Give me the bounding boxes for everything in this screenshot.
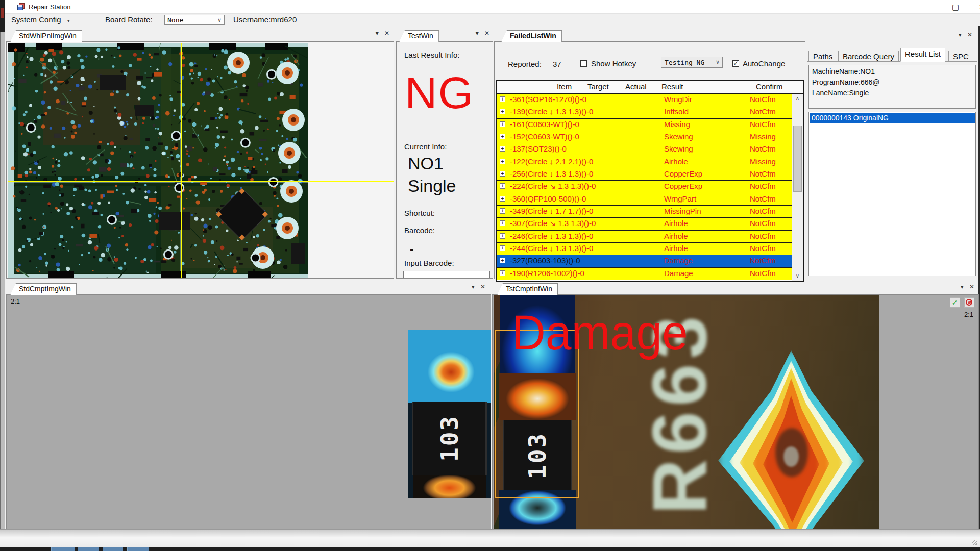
pass-check-icon[interactable]: ✓	[950, 297, 960, 308]
panel-result-list: ▾ ✕ Paths Barcode Query Result List SPC …	[806, 26, 978, 279]
expand-icon: +	[500, 196, 505, 202]
ng-mark-icon[interactable]	[964, 297, 974, 308]
taskbar-item[interactable]	[78, 547, 99, 551]
table-row[interactable]: +-349(Circle ↓ 1.7 1.7)()-0MissingPinNot…	[497, 206, 792, 218]
tab-tstcmptinfwin[interactable]: TstCmptInfWin	[497, 283, 558, 295]
grid-line	[621, 94, 621, 281]
menu-system-config[interactable]: System Config ▾	[8, 15, 73, 24]
cell-result: Damage	[664, 269, 693, 278]
panel-test: TestWin ▾ ✕ Last Result Info: NG Current…	[396, 26, 493, 279]
grid-line	[657, 94, 657, 281]
minimize-button[interactable]: –	[917, 2, 937, 12]
menubar: System Config ▾ Board Rotate: None ∨ Use…	[5, 14, 980, 26]
current-machine: NO1	[408, 154, 444, 173]
col-actual: Actual	[625, 82, 647, 91]
table-row[interactable]: +-327(R0603-103)()-0DamageNotCfm	[497, 255, 792, 267]
current-info-label: Current Info:	[404, 142, 447, 151]
failed-rows: +-361(SOP16-1270)()-0WrngDirNotCfm+-139(…	[497, 94, 792, 280]
list-item[interactable]: 0000000143 OriginalNG	[810, 113, 975, 123]
panel-menu-icon[interactable]: ▾	[373, 30, 381, 37]
cell-confirm: NotCfm	[750, 144, 776, 153]
maximize-button[interactable]: ▢	[945, 2, 966, 12]
table-row[interactable]: +-361(SOP16-1270)()-0WrngDirNotCfm	[497, 94, 792, 106]
window-left-border	[0, 32, 5, 529]
current-lane: Single	[408, 176, 456, 196]
table-row[interactable]: +-161(C0603-WT)()-0MissingNotCfm	[497, 119, 792, 131]
std-component-viewport[interactable]: 2:1 103	[6, 295, 491, 529]
show-hotkey-label: Show Hotkey	[591, 59, 636, 68]
pcb-board-image[interactable]	[8, 43, 308, 278]
table-row[interactable]: +-224(Circle ↘ 1.3 1.3)()-0CopperExpNotC…	[497, 181, 792, 193]
cell-result: WrngDir	[664, 95, 692, 104]
tab-testwin[interactable]: TestWin	[399, 30, 439, 42]
cell-result: Missing	[664, 120, 690, 129]
panel-close-icon[interactable]: ✕	[479, 283, 487, 290]
table-row[interactable]: +-246(Circle ↓ 1.3 1.3)()-0AirholeNotCfm	[497, 231, 792, 243]
table-row[interactable]: +-360(QFP100-500)()-0WrngPartNotCfm	[497, 193, 792, 206]
failed-table-scrollbar[interactable]: ∧ ∨	[792, 94, 803, 281]
thermal-cap-top	[408, 330, 491, 403]
test-component-viewport[interactable]: R663 103 Damage	[492, 295, 979, 529]
panel-test-component: TstCmptInfWin ▾ ✕ R663 103	[492, 280, 979, 529]
cell-confirm: NotCfm	[750, 95, 776, 104]
barcode-label: Barcode:	[404, 226, 435, 235]
tab-stdcmptimgwin[interactable]: StdCmptImgWin	[10, 283, 77, 295]
cell-result: Damage	[664, 256, 693, 265]
component-body: 103	[412, 402, 487, 475]
taskbar-item[interactable]	[103, 547, 123, 551]
taskbar-item[interactable]	[51, 547, 75, 551]
table-row[interactable]: +-122(Circle ↓ 2.1 2.1)()-0AirholeMissin…	[497, 156, 792, 168]
board-image-viewport[interactable]	[6, 42, 394, 279]
panel-menu-icon[interactable]: ▾	[469, 283, 477, 290]
tab-paths[interactable]: Paths	[808, 51, 837, 62]
tab-stdwhlpnlimgwin[interactable]: StdWhlPnlImgWin	[10, 30, 82, 42]
table-row[interactable]: +-152(C0603-WT)()-0SkewingMissing	[497, 131, 792, 143]
table-row[interactable]: +-256(Circle ↓ 1.3 1.3)()-0CopperExpNotC…	[497, 168, 792, 181]
cell-confirm: NotCfm	[750, 169, 776, 178]
show-hotkey-checkbox[interactable]	[580, 60, 587, 67]
close-button[interactable]: ✕	[972, 2, 980, 12]
cell-confirm: NotCfm	[750, 120, 776, 129]
tab-barcode-query[interactable]: Barcode Query	[838, 51, 899, 62]
cell-item: -349(Circle ↓ 1.7 1.7)()-0	[510, 207, 593, 215]
board-rotate-dropdown[interactable]: None ∨	[164, 15, 225, 25]
autochange-checkbox[interactable]: ✓	[732, 60, 739, 67]
table-row[interactable]: +-137(SOT23)()-0SkewingNotCfm	[497, 143, 792, 156]
cell-result: Airhole	[664, 232, 688, 240]
panel-menu-icon[interactable]: ▾	[473, 30, 481, 37]
cell-item: -327(R0603-103)()-0	[510, 256, 580, 265]
status-bar	[0, 529, 980, 547]
test-component-image[interactable]: R663 103 Damage	[494, 295, 879, 530]
mode-dropdown[interactable]: Testing NG ∨	[661, 57, 723, 68]
panel-close-icon[interactable]: ✕	[483, 30, 491, 37]
table-row[interactable]: +-139(Circle ↓ 1.3 1.3)()-0InffsoldNotCf…	[497, 106, 792, 118]
panel-close-icon[interactable]: ✕	[383, 30, 391, 37]
panel-menu-icon[interactable]: ▾	[956, 31, 964, 38]
panel-menu-icon[interactable]: ▾	[958, 283, 966, 290]
scrollbar-thumb[interactable]	[793, 126, 802, 192]
cell-item: -224(Circle ↘ 1.3 1.3)()-0	[510, 182, 596, 191]
thermal-cap-bottom	[413, 475, 486, 498]
tab-failedlistwin[interactable]: FailedListWin	[501, 30, 562, 42]
table-row[interactable]: +-244(Circle ↓ 1.3 1.3)()-0AirholeNotCfm	[497, 243, 792, 255]
expand-icon: +	[500, 208, 505, 214]
resize-grip[interactable]	[972, 540, 977, 545]
scroll-up-icon[interactable]: ∧	[792, 94, 803, 103]
repair-station-window: Repair Station – ▢ ✕ System Config ▾ Boa…	[0, 0, 980, 551]
tab-result-list[interactable]: Result List	[900, 48, 945, 62]
panel-close-icon[interactable]: ✕	[968, 283, 976, 290]
expand-icon: +	[500, 134, 505, 139]
zoom-ratio-label: 2:1	[964, 311, 973, 318]
reported-label: Reported:	[508, 60, 542, 68]
panel-close-icon[interactable]: ✕	[966, 31, 974, 38]
mode-value: Testing NG	[665, 59, 704, 66]
expand-icon: +	[500, 220, 505, 226]
cell-confirm: NotCfm	[750, 244, 776, 253]
failed-list-area: Reported: 37 Show Hotkey Testing NG ∨ ✓ …	[494, 42, 805, 279]
result-listbox[interactable]: 0000000143 OriginalNG	[808, 112, 976, 276]
table-row[interactable]: +-190(R1206-1002)()-0DamageNotCfm	[497, 268, 792, 280]
table-row[interactable]: +-307(Circle ↘ 1.3 1.3)()-0AirholeNotCfm	[497, 218, 792, 230]
tab-spc[interactable]: SPC	[948, 51, 973, 62]
taskbar-item[interactable]	[127, 547, 149, 551]
input-barcode-field[interactable]	[403, 271, 490, 279]
